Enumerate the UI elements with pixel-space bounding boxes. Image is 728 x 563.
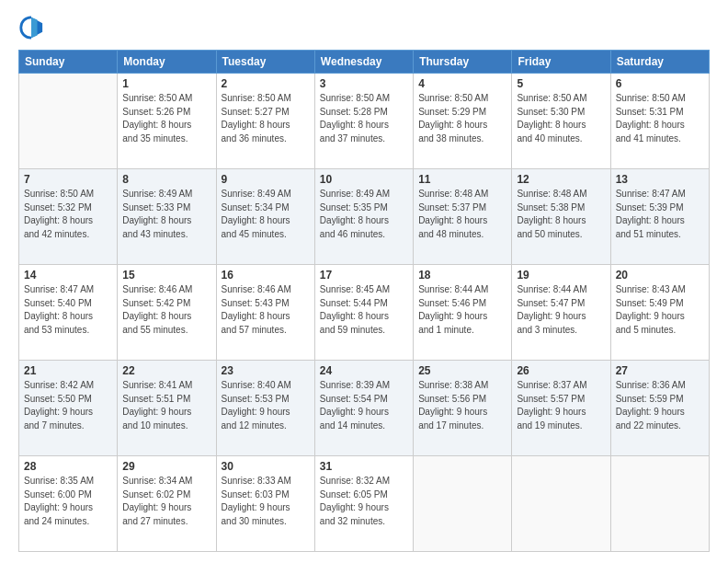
day-info: Sunrise: 8:39 AMSunset: 5:54 PMDaylight:… <box>320 379 408 432</box>
day-number: 6 <box>616 77 704 90</box>
day-info: Sunrise: 8:40 AMSunset: 5:53 PMDaylight:… <box>222 379 310 432</box>
day-info: Sunrise: 8:48 AMSunset: 5:38 PMDaylight:… <box>517 188 605 241</box>
weekday-thursday: Thursday <box>414 51 512 74</box>
day-info: Sunrise: 8:38 AMSunset: 5:56 PMDaylight:… <box>418 379 506 432</box>
day-number: 4 <box>418 77 506 90</box>
week-row-3: 21Sunrise: 8:42 AMSunset: 5:50 PMDayligh… <box>19 361 710 456</box>
calendar-cell: 31Sunrise: 8:32 AMSunset: 6:05 PMDayligh… <box>314 456 413 552</box>
day-info: Sunrise: 8:49 AMSunset: 5:35 PMDaylight:… <box>320 188 408 241</box>
day-number: 29 <box>122 460 210 473</box>
weekday-friday: Friday <box>512 51 610 74</box>
weekday-row: SundayMondayTuesdayWednesdayThursdayFrid… <box>19 51 710 74</box>
day-number: 27 <box>616 364 704 377</box>
calendar-cell: 6Sunrise: 8:50 AMSunset: 5:31 PMDaylight… <box>610 74 709 169</box>
day-number: 31 <box>320 460 408 473</box>
day-number: 17 <box>320 269 408 282</box>
day-number: 1 <box>122 77 210 90</box>
day-number: 25 <box>418 364 506 377</box>
calendar-cell: 5Sunrise: 8:50 AMSunset: 5:30 PMDaylight… <box>512 74 610 169</box>
weekday-tuesday: Tuesday <box>216 51 314 74</box>
day-info: Sunrise: 8:50 AMSunset: 5:27 PMDaylight:… <box>222 92 310 145</box>
week-row-2: 14Sunrise: 8:47 AMSunset: 5:40 PMDayligh… <box>19 265 710 361</box>
calendar: SundayMondayTuesdayWednesdayThursdayFrid… <box>18 50 710 552</box>
day-info: Sunrise: 8:44 AMSunset: 5:47 PMDaylight:… <box>517 283 605 337</box>
calendar-cell: 23Sunrise: 8:40 AMSunset: 5:53 PMDayligh… <box>216 361 314 456</box>
calendar-cell: 18Sunrise: 8:44 AMSunset: 5:46 PMDayligh… <box>414 265 512 361</box>
day-number: 22 <box>122 364 210 377</box>
day-number: 9 <box>222 173 310 186</box>
day-number: 5 <box>517 77 605 90</box>
calendar-cell: 1Sunrise: 8:50 AMSunset: 5:26 PMDaylight… <box>118 74 216 169</box>
day-info: Sunrise: 8:46 AMSunset: 5:42 PMDaylight:… <box>122 283 210 337</box>
calendar-cell: 24Sunrise: 8:39 AMSunset: 5:54 PMDayligh… <box>314 361 413 456</box>
weekday-sunday: Sunday <box>19 51 118 74</box>
calendar-cell <box>610 456 709 552</box>
calendar-cell: 26Sunrise: 8:37 AMSunset: 5:57 PMDayligh… <box>512 361 610 456</box>
calendar-cell: 21Sunrise: 8:42 AMSunset: 5:50 PMDayligh… <box>19 361 118 456</box>
week-row-0: 1Sunrise: 8:50 AMSunset: 5:26 PMDaylight… <box>19 74 710 169</box>
calendar-cell: 16Sunrise: 8:46 AMSunset: 5:43 PMDayligh… <box>216 265 314 361</box>
day-number: 23 <box>222 364 310 377</box>
calendar-cell: 20Sunrise: 8:43 AMSunset: 5:49 PMDayligh… <box>610 265 709 361</box>
day-info: Sunrise: 8:32 AMSunset: 6:05 PMDaylight:… <box>320 475 408 528</box>
calendar-cell <box>19 74 118 169</box>
calendar-cell: 12Sunrise: 8:48 AMSunset: 5:38 PMDayligh… <box>512 169 610 265</box>
day-info: Sunrise: 8:36 AMSunset: 5:59 PMDaylight:… <box>616 379 704 432</box>
weekday-wednesday: Wednesday <box>314 51 413 74</box>
page: SundayMondayTuesdayWednesdayThursdayFrid… <box>0 0 728 563</box>
calendar-cell: 15Sunrise: 8:46 AMSunset: 5:42 PMDayligh… <box>118 265 216 361</box>
calendar-cell: 30Sunrise: 8:33 AMSunset: 6:03 PMDayligh… <box>216 456 314 552</box>
calendar-cell: 2Sunrise: 8:50 AMSunset: 5:27 PMDaylight… <box>216 74 314 169</box>
header <box>18 15 710 40</box>
calendar-cell <box>414 456 512 552</box>
day-info: Sunrise: 8:41 AMSunset: 5:51 PMDaylight:… <box>122 379 210 432</box>
day-number: 2 <box>222 77 310 90</box>
day-number: 21 <box>24 364 112 377</box>
day-info: Sunrise: 8:50 AMSunset: 5:31 PMDaylight:… <box>616 92 704 145</box>
day-number: 13 <box>616 173 704 186</box>
day-number: 11 <box>418 173 506 186</box>
calendar-cell: 28Sunrise: 8:35 AMSunset: 6:00 PMDayligh… <box>19 456 118 552</box>
weekday-saturday: Saturday <box>610 51 709 74</box>
calendar-header: SundayMondayTuesdayWednesdayThursdayFrid… <box>19 51 710 74</box>
day-info: Sunrise: 8:47 AMSunset: 5:40 PMDaylight:… <box>24 283 112 337</box>
calendar-cell: 13Sunrise: 8:47 AMSunset: 5:39 PMDayligh… <box>610 169 709 265</box>
calendar-cell: 14Sunrise: 8:47 AMSunset: 5:40 PMDayligh… <box>19 265 118 361</box>
calendar-cell <box>512 456 610 552</box>
day-number: 16 <box>222 269 310 282</box>
day-info: Sunrise: 8:47 AMSunset: 5:39 PMDaylight:… <box>616 188 704 241</box>
day-number: 18 <box>418 269 506 282</box>
calendar-cell: 10Sunrise: 8:49 AMSunset: 5:35 PMDayligh… <box>314 169 413 265</box>
day-info: Sunrise: 8:50 AMSunset: 5:26 PMDaylight:… <box>122 92 210 145</box>
day-number: 3 <box>320 77 408 90</box>
logo <box>18 15 48 40</box>
day-info: Sunrise: 8:48 AMSunset: 5:37 PMDaylight:… <box>418 188 506 241</box>
day-info: Sunrise: 8:46 AMSunset: 5:43 PMDaylight:… <box>222 283 310 337</box>
week-row-4: 28Sunrise: 8:35 AMSunset: 6:00 PMDayligh… <box>19 456 710 552</box>
calendar-cell: 7Sunrise: 8:50 AMSunset: 5:32 PMDaylight… <box>19 169 118 265</box>
logo-icon <box>18 15 44 40</box>
day-number: 20 <box>616 269 704 282</box>
calendar-cell: 17Sunrise: 8:45 AMSunset: 5:44 PMDayligh… <box>314 265 413 361</box>
day-info: Sunrise: 8:34 AMSunset: 6:02 PMDaylight:… <box>122 475 210 528</box>
day-number: 15 <box>122 269 210 282</box>
day-info: Sunrise: 8:33 AMSunset: 6:03 PMDaylight:… <box>222 475 310 528</box>
day-number: 24 <box>320 364 408 377</box>
calendar-cell: 25Sunrise: 8:38 AMSunset: 5:56 PMDayligh… <box>414 361 512 456</box>
day-number: 10 <box>320 173 408 186</box>
day-info: Sunrise: 8:50 AMSunset: 5:32 PMDaylight:… <box>24 188 112 241</box>
day-number: 28 <box>24 460 112 473</box>
day-number: 30 <box>222 460 310 473</box>
day-info: Sunrise: 8:42 AMSunset: 5:50 PMDaylight:… <box>24 379 112 432</box>
day-info: Sunrise: 8:49 AMSunset: 5:34 PMDaylight:… <box>222 188 310 241</box>
day-info: Sunrise: 8:37 AMSunset: 5:57 PMDaylight:… <box>517 379 605 432</box>
day-info: Sunrise: 8:50 AMSunset: 5:28 PMDaylight:… <box>320 92 408 145</box>
calendar-cell: 3Sunrise: 8:50 AMSunset: 5:28 PMDaylight… <box>314 74 413 169</box>
day-info: Sunrise: 8:45 AMSunset: 5:44 PMDaylight:… <box>320 283 408 337</box>
weekday-monday: Monday <box>118 51 216 74</box>
week-row-1: 7Sunrise: 8:50 AMSunset: 5:32 PMDaylight… <box>19 169 710 265</box>
calendar-cell: 22Sunrise: 8:41 AMSunset: 5:51 PMDayligh… <box>118 361 216 456</box>
calendar-cell: 27Sunrise: 8:36 AMSunset: 5:59 PMDayligh… <box>610 361 709 456</box>
day-number: 7 <box>24 173 112 186</box>
day-number: 26 <box>517 364 605 377</box>
